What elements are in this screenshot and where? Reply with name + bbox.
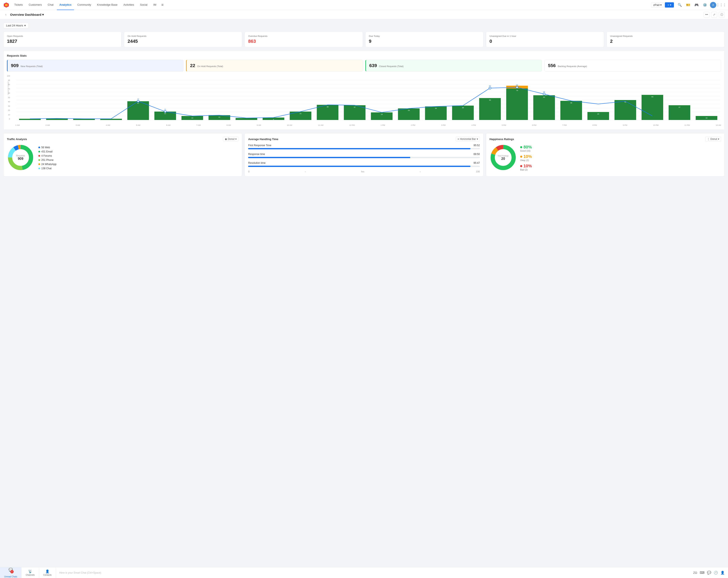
legend-phone: 251 Phone	[38, 159, 56, 161]
legend-whatsapp: 24 WhatsApp	[38, 163, 56, 166]
title-chevron-icon[interactable]: ▾	[42, 13, 44, 17]
stat-card-unassigned-hour: Unassigned Due in 1 hour 0	[486, 32, 604, 47]
stat-backlog-label: Backlog Requests (Average)	[558, 65, 587, 68]
svg-rect-48	[534, 95, 555, 120]
chart-x-axis: 1 AM2 AM3 AM4 AM5 AM6 AM7 AM8 AM9 AM10 A…	[15, 124, 721, 126]
settings-icon[interactable]: ⚙️	[702, 2, 708, 8]
axis-label: hrs	[361, 170, 364, 173]
legend-label-email: 431 Email	[41, 150, 52, 153]
happiness-dot-bad	[520, 165, 522, 167]
happiness-sub-good: Good (16)	[520, 150, 532, 152]
handling-value-2: 95:47	[474, 161, 480, 164]
ticket-icon[interactable]: 🎫	[685, 2, 692, 8]
nav-activities[interactable]: Activities	[121, 0, 136, 10]
legend-dot-email	[38, 151, 40, 153]
handling-item-header-2: Resolution time 95:47	[248, 161, 480, 164]
svg-text:80: 80	[489, 85, 491, 87]
app-logo[interactable]	[3, 2, 9, 8]
add-icon: +	[667, 3, 669, 6]
stat-label-overdue: Overdue Requests	[248, 35, 359, 37]
stat-new-num: 909	[11, 63, 19, 68]
expand-button[interactable]: ⤢	[711, 12, 717, 18]
legend-label-phone: 251 Phone	[41, 159, 53, 161]
date-filter-button[interactable]: Last 24 Hours ▾	[3, 23, 28, 28]
svg-text:63: 63	[651, 96, 653, 98]
svg-text:21: 21	[164, 108, 166, 110]
stat-new-label: New Requests (Total)	[21, 65, 43, 68]
legend-label-forums: 4 Forums	[41, 154, 52, 157]
gamepad-icon[interactable]: 🎮	[693, 2, 700, 8]
search-icon[interactable]: 🔍	[676, 2, 683, 8]
legend-label-web: 56 Web	[41, 146, 50, 149]
nav-analytics[interactable]: Analytics	[57, 0, 74, 10]
avatar[interactable]: A	[710, 2, 716, 8]
nav-chat[interactable]: Chat	[45, 0, 56, 10]
stat-closed-label: Closed Requests (Total)	[379, 65, 404, 68]
svg-text:34: 34	[435, 107, 437, 109]
handling-bar-bg-1	[248, 157, 480, 158]
happiness-chart-type[interactable]: ⋮ Donut ▾	[705, 137, 721, 141]
requests-stats-section: Requests Stats 909 New Requests (Total) …	[3, 51, 725, 130]
svg-text:29: 29	[408, 109, 410, 111]
legend-email: 431 Email	[38, 150, 56, 153]
nav-customers[interactable]: Customers	[26, 0, 45, 10]
happiness-donut-icon: ⋮	[707, 138, 709, 140]
handling-bar-0	[248, 148, 470, 149]
stat-onhold-num: 22	[190, 63, 195, 68]
nav-more-icon[interactable]: ≡	[160, 3, 165, 7]
stats-summary-row: 909 New Requests (Total) 22 On Hold Requ…	[7, 60, 721, 72]
svg-rect-43	[479, 98, 501, 120]
svg-text:Requests: Requests	[16, 155, 25, 157]
nav-social[interactable]: Social	[137, 0, 150, 10]
info-button[interactable]: ⓘ	[719, 12, 725, 18]
back-button[interactable]: ‹	[3, 12, 8, 17]
legend-dot-phone	[38, 159, 40, 161]
svg-point-62	[137, 100, 139, 102]
stat-closed-requests: 639 Closed Requests (Total)	[365, 60, 542, 72]
svg-text:20: 20	[501, 157, 505, 160]
nav-knowledge-base[interactable]: Knowledge Base	[95, 0, 120, 10]
stat-value-unassigned-hour: 0	[490, 38, 600, 44]
svg-text:37: 37	[354, 106, 356, 108]
stat-backlog-num: 556	[548, 63, 556, 68]
svg-text:37: 37	[678, 106, 680, 108]
handling-item-1: Response time 69:50	[248, 153, 480, 158]
nav-tickets[interactable]: Tickets	[12, 0, 25, 10]
stat-value-unassigned: 2	[610, 38, 721, 44]
more-options-button[interactable]: •••	[704, 12, 709, 18]
happiness-chart-type-label: Donut	[710, 138, 717, 140]
requests-chart: 4721101262138371929343655796248205063371…	[15, 75, 721, 123]
nav-im[interactable]: IM	[151, 0, 159, 10]
traffic-chart-type[interactable]: ◉ Donut ▾	[223, 137, 238, 141]
svg-point-68	[516, 86, 518, 88]
handling-bar-bg-0	[248, 148, 480, 149]
stat-card-onhold: On Hold Requests 2445	[124, 32, 242, 47]
happiness-legend: 80% Good (16) 10% Okay (2)	[520, 145, 532, 171]
nav-community[interactable]: Community	[75, 0, 94, 10]
nav-icon-actions: 🔍 🎫 🎮 ⚙️ A ⋮⋮⋮	[676, 2, 725, 8]
bar-chart-icon: ≡	[458, 138, 459, 140]
axis-scroll-left-icon[interactable]: ‹	[305, 170, 306, 173]
svg-text:6: 6	[273, 119, 274, 121]
svg-rect-56	[642, 95, 663, 120]
add-button[interactable]: + ▾	[665, 2, 674, 7]
legend-chat: 138 Chat	[38, 167, 56, 170]
stat-value-due-today: 9	[369, 38, 480, 44]
zpad-button[interactable]: zPad ▾	[651, 2, 664, 7]
stat-closed-num: 639	[369, 63, 377, 68]
svg-text:12: 12	[218, 116, 220, 118]
handling-chart-type[interactable]: ≡ Horizontal Bar ▾	[456, 137, 480, 141]
stat-label-unassigned-hour: Unassigned Due in 1 hour	[490, 35, 600, 37]
handling-item-0: First Response Time 95:52	[248, 144, 480, 149]
handling-value-0: 95:52	[474, 144, 480, 147]
svg-text:62: 62	[543, 96, 545, 98]
stat-card-due-today: Due Today 9	[365, 32, 484, 47]
stat-backlog-requests: 556 Backlog Requests (Average)	[544, 60, 721, 72]
happiness-title: Happiness Ratings	[490, 138, 514, 141]
svg-text:10: 10	[191, 117, 193, 119]
legend-dot-forums	[38, 155, 40, 157]
svg-text:47: 47	[137, 102, 139, 104]
top-nav: Tickets Customers Chat Analytics Communi…	[0, 0, 728, 10]
apps-icon[interactable]: ⋮⋮⋮	[718, 2, 725, 8]
axis-scroll-right-icon[interactable]: ›	[420, 170, 420, 173]
